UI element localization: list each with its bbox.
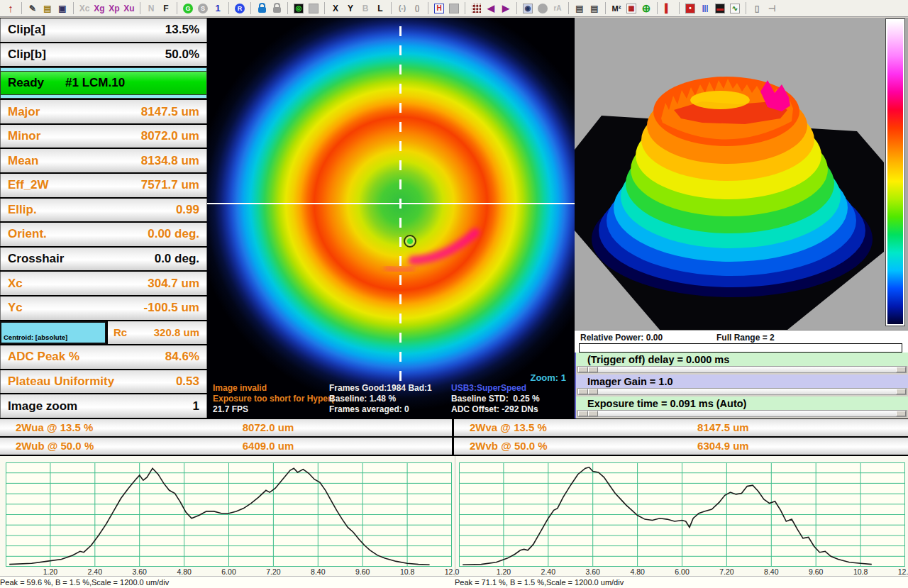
video-camera-icon[interactable]: • <box>683 1 697 16</box>
width-row-2wua: 2Wua @ 13.5 % 8072.0 um <box>0 419 452 436</box>
report-chart-icon[interactable]: ▦ <box>624 1 638 16</box>
row-value: 50.0% <box>165 48 199 62</box>
record-circle-icon[interactable] <box>536 1 550 16</box>
slider-track-imager-gain[interactable] <box>577 388 907 395</box>
slider-left-button[interactable] <box>578 367 588 372</box>
slider-label-imager-gain: Imager Gain = 1.0 <box>576 375 908 388</box>
profiles-icon[interactable]: ||| <box>698 1 712 16</box>
crosshair-horizontal-line[interactable] <box>207 203 575 204</box>
ra-button[interactable]: rA <box>550 1 565 16</box>
x-axis-button[interactable]: X <box>328 1 343 16</box>
slider-track-exposure-time[interactable] <box>577 410 907 417</box>
slider-right-button[interactable] <box>896 411 906 416</box>
slider-thumb[interactable] <box>588 389 598 394</box>
beam-profiler-window: ↑✎▤▣XcXgXpXuNFGS1R◎XYBL(-)()H◀▶◉rA▤▤M²▦⊕… <box>0 0 908 588</box>
thermometer-icon[interactable]: ▍ <box>661 1 675 16</box>
slider-group-trigger-delay: (Trigger off) delay = 0.000 ms <box>576 353 908 375</box>
slider-space[interactable] <box>598 367 896 372</box>
chart-divider <box>455 456 455 588</box>
gain-g-icon[interactable]: G <box>181 1 195 16</box>
snapshot-camera-icon[interactable]: ◉ <box>521 1 535 16</box>
r-mode-icon[interactable]: R <box>233 1 247 16</box>
measurement-row-clip-a: Clip[a]13.5% <box>0 18 207 42</box>
slider-right-button[interactable] <box>896 367 906 372</box>
slider-track-trigger-delay[interactable] <box>577 366 907 373</box>
status-line: ADC Offset: -292 DNs <box>451 404 540 415</box>
slider-left-button[interactable] <box>578 411 588 416</box>
row-label: Clip[b] <box>8 48 46 62</box>
blank-square-icon[interactable] <box>306 1 321 16</box>
frame-next-icon[interactable]: ▶ <box>499 1 513 16</box>
slider-thumb[interactable] <box>588 411 598 416</box>
save-icon[interactable]: ▣ <box>55 1 70 16</box>
lock-locked-icon[interactable] <box>255 1 269 16</box>
pixel-grid-icon[interactable] <box>469 1 483 16</box>
row-label: Major <box>8 105 40 119</box>
centroid-mode-button[interactable]: Centroid: [absolute] <box>0 321 106 345</box>
xg-button[interactable]: Xg <box>92 1 106 16</box>
b-button[interactable]: B <box>358 1 372 16</box>
row-label: Image zoom <box>8 399 77 414</box>
dock-2-icon[interactable]: ⊣ <box>765 1 779 16</box>
width-label: 2Wua @ 13.5 % <box>16 421 93 433</box>
alignment-target-icon[interactable]: ⊕ <box>639 1 653 16</box>
report-chart-icon: ▦ <box>626 4 636 13</box>
row-value: 84.6% <box>165 350 199 364</box>
toolbar-separator <box>73 2 74 14</box>
trend-chart-icon[interactable]: ∿ <box>728 1 742 16</box>
slider-space[interactable] <box>598 389 896 394</box>
y-axis-button[interactable]: Y <box>343 1 358 16</box>
row-value: 320.8 um <box>154 326 199 338</box>
slider-right-button[interactable] <box>896 389 906 394</box>
beam-image-area[interactable]: Zoom: 1 Image invalidExposure too short … <box>207 18 575 418</box>
home-arrow-icon[interactable]: ↑ <box>4 1 18 16</box>
row-value: 304.7 um <box>148 277 199 291</box>
slider-left-button[interactable] <box>578 389 588 394</box>
dock-1-icon[interactable]: ▯ <box>750 1 764 16</box>
l-button[interactable]: L <box>373 1 387 16</box>
slider-space[interactable] <box>598 411 896 416</box>
width-row-2wvb: 2Wvb @ 50.0 % 6304.9 um <box>454 438 908 455</box>
frame-prev-icon[interactable]: ◀ <box>484 1 498 16</box>
crosshair-vertical-line[interactable] <box>399 26 402 381</box>
image-zoom-label: Zoom: 1 <box>530 372 566 383</box>
cursor-bracket-dash-button[interactable]: (-) <box>395 1 409 16</box>
cursor-bracket-button[interactable]: () <box>410 1 424 16</box>
measurement-row-orient: Orient.0.00 deg. <box>0 223 207 246</box>
print-setup-icon[interactable]: ▤ <box>587 1 602 16</box>
histogram-h-icon[interactable]: H <box>432 1 446 16</box>
m2-button[interactable]: M² <box>609 1 624 16</box>
camera-device: #1 LCM.10 <box>65 76 125 90</box>
edit-pencil-icon[interactable]: ✎ <box>26 1 40 16</box>
lock-unlocked-icon <box>273 7 281 13</box>
xp-button[interactable]: Xp <box>107 1 121 16</box>
x-profile-cut-curve <box>9 468 429 565</box>
n-button[interactable]: N <box>144 1 158 16</box>
toolbar-separator <box>21 2 22 14</box>
measurement-row-mean: Mean8134.8 um <box>0 149 207 172</box>
blank-square-2-icon[interactable] <box>447 1 461 16</box>
measurement-row-xc: Xc304.7 um <box>0 272 207 295</box>
row-value: 7571.7 um <box>141 178 199 192</box>
x-profile-cut-plot <box>6 462 452 567</box>
row-value: 13.5% <box>165 23 199 37</box>
row-label: Minor <box>8 129 40 143</box>
one-button[interactable]: 1 <box>211 1 225 16</box>
relative-power-bar <box>579 343 902 353</box>
gain-s-icon[interactable]: S <box>196 1 210 16</box>
width-value: 8147.5 um <box>663 421 783 433</box>
measurement-row-crosshair: Crosshair0.0 deg. <box>0 248 207 271</box>
beam-3d-panel[interactable] <box>575 18 908 330</box>
frame-buffer-icon[interactable]: ▬ <box>713 1 727 16</box>
xc-button[interactable]: Xc <box>77 1 92 16</box>
xu-button[interactable]: Xu <box>122 1 136 16</box>
slider-thumb[interactable] <box>588 367 598 372</box>
width-row-2wub: 2Wub @ 50.0 % 6409.0 um <box>0 438 452 455</box>
f-button[interactable]: F <box>159 1 173 16</box>
open-folder-icon[interactable]: ▤ <box>40 1 55 16</box>
camera-status-col3: USB3:SuperSpeedBaseline STD: 0.25 %ADC O… <box>451 383 540 415</box>
print-icon[interactable]: ▤ <box>572 1 587 16</box>
row-value: 0.0 deg. <box>155 252 199 266</box>
lock-unlocked-icon[interactable] <box>270 1 284 16</box>
beam-display-icon[interactable]: ◎ <box>292 1 306 16</box>
